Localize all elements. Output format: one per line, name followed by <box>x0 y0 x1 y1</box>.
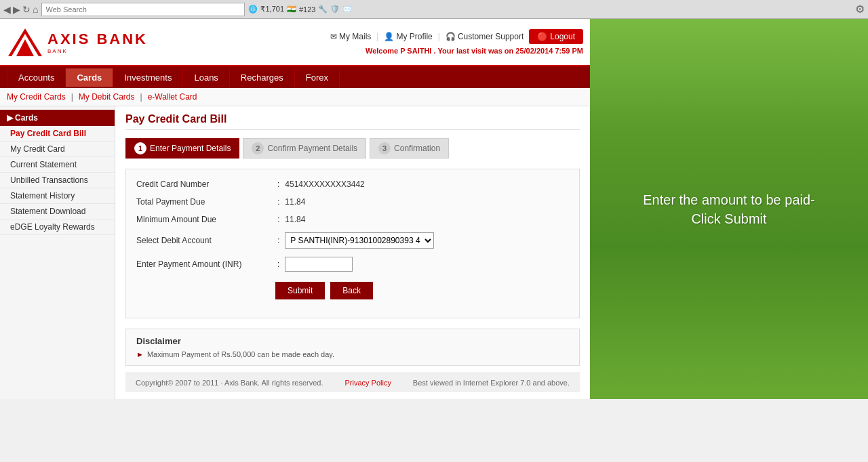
sidebar-item-current-statement[interactable]: Current Statement <box>0 157 115 173</box>
customer-support-link[interactable]: 🎧 Customer Support <box>446 32 524 41</box>
sub-nav: My Credit Cards | My Debit Cards | e-Wal… <box>0 88 590 106</box>
separator1: | <box>376 32 378 41</box>
block-icon: 🛡️ <box>330 5 340 14</box>
browser-search-input[interactable] <box>41 3 245 16</box>
forward-icon[interactable]: ▶ <box>13 4 20 15</box>
select-debit-account-label: Select Debit Account <box>136 236 272 245</box>
disclaimer-text: ► Maximum Payment of Rs.50,000 can be ma… <box>136 350 569 358</box>
header-right: ✉ My Mails | 👤 My Profile | 🎧 Customer S… <box>330 29 583 55</box>
content-area: ▶ Cards Pay Credit Card Bill My Credit C… <box>0 106 590 399</box>
main-panel: Pay Credit Card Bill 1 Enter Payment Det… <box>115 106 590 399</box>
colon3: : <box>277 215 279 224</box>
welcome-message: Welcome P SAITHI . Your last visit was o… <box>366 47 583 55</box>
right-panel: Enter the amount to be paid-Click Submit <box>590 19 868 399</box>
step-3: 3 Confirmation <box>370 138 449 159</box>
credit-card-number-label: Credit Card Number <box>136 180 272 189</box>
sidebar-item-pay-credit-card[interactable]: Pay Credit Card Bill <box>0 126 115 142</box>
enter-payment-amount-label: Enter Payment Amount (INR) <box>136 259 272 269</box>
colon5: : <box>277 259 279 269</box>
sidebar-cards-header[interactable]: ▶ Cards <box>0 110 115 126</box>
right-panel-text: Enter the amount to be paid-Click Submit <box>629 177 829 242</box>
disclaimer-section: Disclaimer ► Maximum Payment of Rs.50,00… <box>125 329 580 366</box>
form-buttons-row: Submit Back <box>275 282 569 299</box>
main-nav: Accounts Cards Investments Loans Recharg… <box>0 66 590 88</box>
browser-info-text: Best viewed in Internet Explorer 7.0 and… <box>413 379 570 387</box>
sidebar-cards-section: ▶ Cards Pay Credit Card Bill My Credit C… <box>0 110 115 235</box>
addon-amount1: ₹1,701 <box>260 5 284 14</box>
select-debit-account-row: Select Debit Account : P SANTHI(INR)-913… <box>136 232 569 249</box>
disclaimer-arrow-icon: ► <box>136 350 144 358</box>
sub-nav-ewallet[interactable]: e-Wallet Card <box>148 92 197 102</box>
step-1-number: 1 <box>134 142 146 154</box>
sub-nav-my-credit-cards[interactable]: My Credit Cards <box>7 92 66 102</box>
minimum-amount-due-label: Minimum Amount Due <box>136 215 272 224</box>
sidebar-item-unbilled-transactions[interactable]: Unbilled Transactions <box>0 173 115 188</box>
browser-nav-icons: ◀ ▶ ↻ ⌂ <box>3 4 38 15</box>
steps-bar: 1 Enter Payment Details 2 Confirm Paymen… <box>125 138 580 159</box>
copyright-text: Copyright© 2007 to 2011 · Axis Bank. All… <box>136 379 323 387</box>
disclaimer-title: Disclaimer <box>136 336 569 346</box>
nav-forex[interactable]: Forex <box>295 68 340 87</box>
addon-amount2: #123 <box>299 5 315 14</box>
colon2: : <box>277 197 279 207</box>
logo-area: AXIS BANK BANK <box>7 27 148 58</box>
logout-button[interactable]: 🔴 Logout <box>529 29 583 44</box>
sub-nav-my-debit-cards[interactable]: My Debit Cards <box>79 92 135 102</box>
logout-icon: 🔴 <box>537 32 547 41</box>
total-payment-due-value: 11.84 <box>285 197 305 207</box>
payment-amount-input[interactable] <box>285 257 353 272</box>
settings-icon[interactable]: ⚙ <box>855 3 865 16</box>
step-2-label: Confirm Payment Details <box>267 144 357 153</box>
debit-account-select[interactable]: P SANTHI(INR)-91301002890393 4 <box>285 232 434 249</box>
nav-accounts[interactable]: Accounts <box>7 68 66 87</box>
page-footer: Copyright© 2007 to 2011 · Axis Bank. All… <box>125 373 580 392</box>
sidebar-item-edge-loyalty[interactable]: eDGE Loyalty Rewards <box>0 219 115 235</box>
mail-envelope-icon: ✉ <box>330 32 337 41</box>
minimum-amount-due-row: Minimum Amount Due : 11.84 <box>136 215 569 224</box>
payment-form: Credit Card Number : 4514XXXXXXXX3442 To… <box>125 169 580 318</box>
credit-card-number-value: 4514XXXXXXXX3442 <box>285 180 364 189</box>
globe-icon: 🌐 <box>248 5 258 14</box>
my-mails-link[interactable]: ✉ My Mails <box>330 32 371 41</box>
step-1: 1 Enter Payment Details <box>125 138 239 159</box>
colon4: : <box>277 236 279 245</box>
step-1-label: Enter Payment Details <box>150 144 231 153</box>
home-icon[interactable]: ⌂ <box>33 4 38 15</box>
nav-investments[interactable]: Investments <box>113 68 183 87</box>
refresh-icon[interactable]: ↻ <box>22 4 31 15</box>
bank-name: AXIS BANK <box>47 30 148 48</box>
back-button[interactable]: Back <box>330 282 373 299</box>
step-2-number: 2 <box>252 142 264 154</box>
total-payment-due-label: Total Payment Due <box>136 197 272 207</box>
step-3-number: 3 <box>378 142 391 154</box>
step-2: 2 Confirm Payment Details <box>243 138 366 159</box>
privacy-policy-link[interactable]: Privacy Policy <box>344 379 391 387</box>
sidebar-item-statement-download[interactable]: Statement Download <box>0 204 115 219</box>
separator2: | <box>438 32 440 41</box>
person-icon: 👤 <box>384 32 394 41</box>
step-3-label: Confirmation <box>394 144 440 153</box>
axis-bank-logo-icon <box>7 27 44 58</box>
sidebar-item-statement-history[interactable]: Statement History <box>0 188 115 204</box>
total-payment-due-row: Total Payment Due : 11.84 <box>136 197 569 207</box>
sub-nav-sep1: | <box>71 92 73 102</box>
colon1: : <box>277 180 279 189</box>
back-icon[interactable]: ◀ <box>3 4 11 15</box>
user-name: P SAITHI . <box>400 47 435 55</box>
credit-card-number-row: Credit Card Number : 4514XXXXXXXX3442 <box>136 180 569 189</box>
nav-recharges[interactable]: Recharges <box>230 68 295 87</box>
header-links: ✉ My Mails | 👤 My Profile | 🎧 Customer S… <box>330 29 583 44</box>
bank-subtitle: BANK <box>47 48 148 54</box>
flag-icon: 🇮🇳 <box>287 5 296 14</box>
minimum-amount-due-value: 11.84 <box>285 215 305 224</box>
site-header: AXIS BANK BANK ✉ My Mails | 👤 My Profile… <box>0 19 590 66</box>
browser-addons: 🌐 ₹1,701 🇮🇳 #123 🔧 🛡️ ✉️ <box>248 5 352 14</box>
nav-loans[interactable]: Loans <box>183 68 229 87</box>
submit-button[interactable]: Submit <box>275 282 325 299</box>
sidebar-item-my-credit-card[interactable]: My Credit Card <box>0 142 115 157</box>
my-profile-link[interactable]: 👤 My Profile <box>384 32 432 41</box>
mail-icon: ✉️ <box>342 5 352 14</box>
page-title: Pay Credit Card Bill <box>125 113 580 130</box>
nav-cards[interactable]: Cards <box>66 68 113 87</box>
browser-bar: ◀ ▶ ↻ ⌂ 🌐 ₹1,701 🇮🇳 #123 🔧 🛡️ ✉️ ⚙ <box>0 0 868 19</box>
